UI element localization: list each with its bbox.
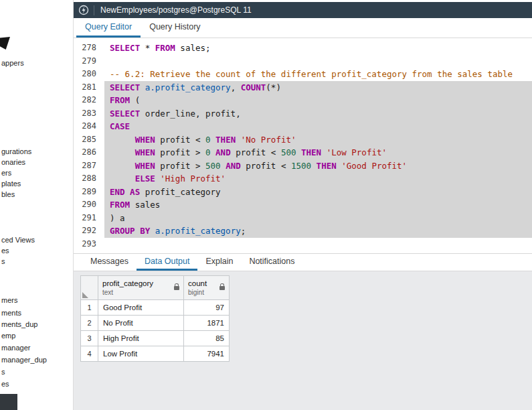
tree-item[interactable]: ced Views bbox=[1, 236, 35, 244]
code-token: FROM bbox=[110, 95, 130, 105]
code-token bbox=[311, 161, 317, 171]
table-row[interactable]: 4Low Profit7941 bbox=[81, 346, 230, 362]
code-token: 500 bbox=[205, 161, 221, 171]
column-header-count[interactable]: count bigint bbox=[184, 276, 230, 300]
code-line[interactable]: WHEN profit < 0 THEN 'No Profit' bbox=[104, 133, 532, 147]
code-token: ELSE bbox=[135, 174, 155, 184]
code-token: 1500 bbox=[291, 161, 311, 171]
row-number-cell[interactable]: 2 bbox=[81, 316, 98, 331]
tab-data-output[interactable]: Data Output bbox=[137, 254, 197, 271]
profit-category-cell[interactable]: Good Profit bbox=[98, 300, 184, 316]
editor-row: 286 WHEN profit > 0 AND profit < 500 THE… bbox=[74, 146, 532, 159]
code-line[interactable]: FROM sales bbox=[104, 198, 532, 212]
profit-category-cell[interactable]: No Profit bbox=[98, 316, 184, 331]
count-cell[interactable]: 1871 bbox=[184, 316, 230, 331]
editor-row: 281SELECT a.profit_category, COUNT(*) bbox=[74, 81, 532, 94]
code-line[interactable]: -- 6.2: Retrieve the count of the differ… bbox=[104, 68, 532, 81]
tree-item[interactable]: s bbox=[1, 257, 5, 265]
tree-node-icon bbox=[0, 37, 10, 50]
tab-notifications[interactable]: Notifications bbox=[241, 254, 302, 271]
table-row[interactable]: 1Good Profit97 bbox=[81, 300, 230, 316]
code-token: THEN bbox=[301, 147, 321, 157]
column-header-profit-category[interactable]: profit_category text bbox=[98, 276, 184, 300]
line-number: 285 bbox=[74, 133, 104, 147]
code-line[interactable]: SELECT order_line, profit, bbox=[104, 107, 532, 121]
grid-header: profit_category text count bigint bbox=[81, 276, 230, 300]
tree-item[interactable]: ments_dup bbox=[1, 320, 37, 328]
profit-category-cell[interactable]: Low Profit bbox=[98, 346, 184, 362]
tab-query-editor[interactable]: Query Editor bbox=[76, 18, 141, 38]
tree-item[interactable]: es bbox=[1, 247, 9, 255]
tree-item[interactable]: manager_dup bbox=[1, 356, 47, 364]
table-row[interactable]: 2No Profit1871 bbox=[81, 316, 230, 331]
select-all-cell[interactable] bbox=[81, 276, 98, 300]
object-browser-sidebar: appersgurationsonariesersplatesblesced V… bbox=[0, 0, 74, 410]
output-tabs: Messages Data Output Explain Notificatio… bbox=[74, 253, 532, 271]
tree-item[interactable]: bles bbox=[1, 190, 15, 198]
tab-messages[interactable]: Messages bbox=[82, 254, 137, 271]
code-line[interactable]: END AS profit_category bbox=[104, 186, 532, 199]
code-line[interactable]: WHEN profit > 500 AND profit < 1500 THEN… bbox=[104, 159, 532, 173]
column-name: profit_category bbox=[102, 279, 153, 288]
count-cell[interactable]: 85 bbox=[184, 331, 230, 346]
editor-row: 291) a bbox=[74, 212, 532, 225]
tree-item[interactable]: manager bbox=[1, 344, 30, 352]
code-token bbox=[110, 147, 135, 157]
tree-item[interactable]: mers bbox=[1, 296, 17, 304]
line-number: 280 bbox=[74, 68, 104, 81]
code-line[interactable] bbox=[104, 55, 532, 68]
code-line[interactable] bbox=[104, 238, 532, 251]
line-number: 279 bbox=[74, 55, 104, 68]
tree-item[interactable]: appers bbox=[1, 59, 24, 67]
lock-icon bbox=[219, 286, 225, 290]
code-token bbox=[110, 135, 135, 145]
code-line[interactable]: WHEN profit > 0 AND profit < 500 THEN 'L… bbox=[104, 146, 532, 159]
tree-item[interactable]: plates bbox=[1, 180, 21, 188]
line-number: 284 bbox=[74, 120, 104, 133]
editor-row: 284CASE bbox=[74, 120, 532, 133]
code-line[interactable]: FROM ( bbox=[104, 94, 532, 107]
tree-item[interactable]: gurations bbox=[1, 147, 31, 155]
profit-category-cell[interactable]: High Profit bbox=[98, 331, 184, 346]
code-token bbox=[296, 147, 302, 157]
code-token: 'High Profit' bbox=[160, 174, 226, 184]
column-name: count bbox=[188, 279, 207, 288]
tab-query-history[interactable]: Query History bbox=[141, 18, 209, 38]
code-token: sales; bbox=[175, 43, 211, 53]
line-number: 286 bbox=[74, 146, 104, 159]
code-line[interactable]: SELECT * FROM sales; bbox=[104, 42, 532, 55]
count-cell[interactable]: 97 bbox=[184, 300, 230, 316]
tree-item[interactable]: s bbox=[1, 368, 5, 376]
tab-explain[interactable]: Explain bbox=[197, 254, 241, 271]
row-number-cell[interactable]: 3 bbox=[81, 331, 98, 346]
tree-item[interactable]: es bbox=[1, 380, 9, 388]
line-number: 287 bbox=[74, 159, 104, 173]
tree-item[interactable]: emp bbox=[1, 332, 15, 340]
editor-row: 282FROM ( bbox=[74, 94, 532, 107]
bottom-left-panel-fragment bbox=[0, 394, 17, 410]
count-cell[interactable]: 7941 bbox=[184, 346, 230, 362]
code-line[interactable]: ) a bbox=[104, 212, 532, 225]
code-token: profit_category bbox=[140, 187, 220, 197]
code-line[interactable]: SELECT a.profit_category, COUNT(*) bbox=[104, 81, 532, 94]
code-line[interactable]: CASE bbox=[104, 120, 532, 133]
code-line[interactable]: GROUP BY a.profit_category; bbox=[104, 224, 532, 238]
code-token: FROM bbox=[110, 200, 130, 210]
tree-item[interactable]: ers bbox=[1, 169, 11, 177]
sql-editor[interactable]: 278SELECT * FROM sales;279280-- 6.2: Ret… bbox=[74, 38, 532, 253]
data-output-panel: profit_category text count bigint bbox=[74, 271, 532, 410]
row-number-cell[interactable]: 4 bbox=[81, 346, 98, 362]
query-tool-tabs: Query Editor Query History bbox=[74, 18, 532, 38]
editor-row: 287 WHEN profit > 500 AND profit < 1500 … bbox=[74, 159, 532, 173]
editor-row: 285 WHEN profit < 0 THEN 'No Profit' bbox=[74, 133, 532, 147]
code-line[interactable]: ELSE 'High Profit' bbox=[104, 172, 532, 186]
connection-status-icon bbox=[78, 5, 89, 15]
tree-item[interactable]: onaries bbox=[1, 158, 25, 166]
code-token: (*) bbox=[266, 82, 281, 92]
table-row[interactable]: 3High Profit85 bbox=[81, 331, 230, 346]
code-token: * bbox=[140, 43, 155, 53]
code-token: 0 bbox=[205, 135, 211, 145]
results-grid: profit_category text count bigint bbox=[80, 275, 230, 362]
row-number-cell[interactable]: 1 bbox=[81, 300, 98, 316]
tree-item[interactable]: ments bbox=[1, 309, 21, 317]
